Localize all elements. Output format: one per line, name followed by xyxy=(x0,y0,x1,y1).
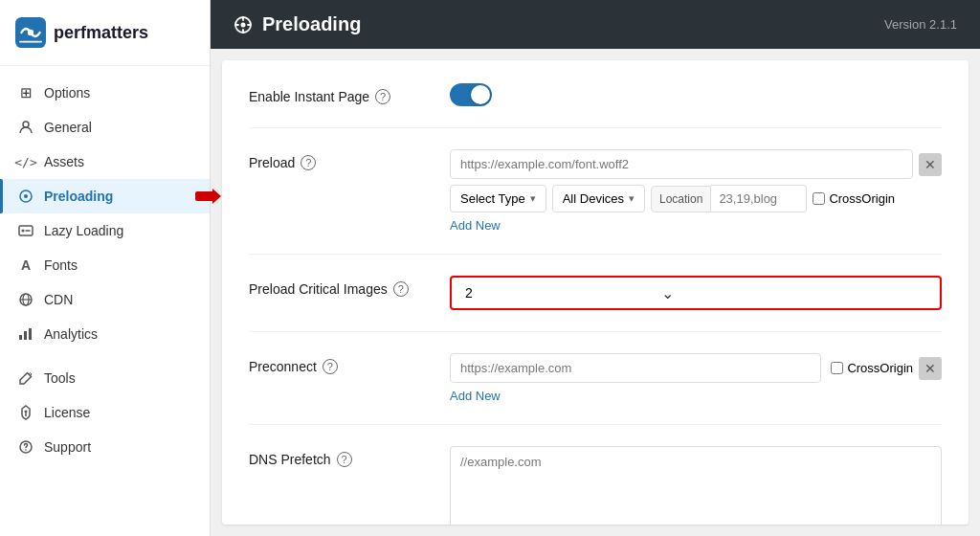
assets-icon: </> xyxy=(17,153,34,170)
preload-control: ✕ Select Type ▾ All Devices ▾ Location xyxy=(450,149,942,233)
sidebar-item-lazy-loading-label: Lazy Loading xyxy=(44,223,123,238)
dns-prefetch-textarea[interactable] xyxy=(450,446,942,525)
preload-type-select[interactable]: Select Type ▾ xyxy=(450,185,546,212)
sidebar-item-general-label: General xyxy=(44,120,92,135)
general-icon xyxy=(17,119,34,136)
divider-4 xyxy=(249,424,942,425)
logo-text: perfmatters xyxy=(54,23,148,43)
preload-location-group: Location xyxy=(651,185,807,212)
enable-instant-page-label: Enable Instant Page ? xyxy=(249,83,440,104)
sidebar-item-preloading[interactable]: Preloading xyxy=(0,179,210,213)
sidebar-item-fonts-label: Fonts xyxy=(44,257,78,273)
preload-critical-images-help[interactable]: ? xyxy=(393,281,409,297)
svg-rect-10 xyxy=(24,331,27,340)
dns-prefetch-label: DNS Prefetch ? xyxy=(249,446,440,467)
critical-images-select-wrapper: 0 1 2 3 4 5 xyxy=(450,276,942,310)
preload-add-new-link[interactable]: Add New xyxy=(450,218,942,233)
sidebar-item-tools[interactable]: Tools xyxy=(0,361,210,395)
sidebar-item-analytics-label: Analytics xyxy=(44,326,98,342)
svg-point-14 xyxy=(25,449,27,451)
main-content-area: Preloading Version 2.1.1 Enable Instant … xyxy=(211,0,980,536)
svg-point-6 xyxy=(22,230,25,233)
preload-device-select[interactable]: All Devices ▾ xyxy=(552,185,645,212)
sidebar-item-support[interactable]: Support xyxy=(0,430,210,464)
divider-2 xyxy=(249,254,942,255)
enable-instant-page-help[interactable]: ? xyxy=(375,89,390,104)
preload-critical-images-label: Preload Critical Images ? xyxy=(249,276,440,297)
version-text: Version 2.1.1 xyxy=(884,17,957,32)
preload-url-input[interactable] xyxy=(450,149,913,179)
preconnect-close-button[interactable]: ✕ xyxy=(919,357,942,380)
preload-url-close-button[interactable]: ✕ xyxy=(919,153,942,176)
divider-1 xyxy=(249,127,942,128)
sidebar-item-cdn[interactable]: CDN xyxy=(0,282,210,317)
sidebar-item-tools-label: Tools xyxy=(44,370,76,386)
page-title: Preloading xyxy=(234,13,361,35)
preload-location-label: Location xyxy=(651,186,711,212)
active-arrow-indicator xyxy=(195,189,221,204)
preconnect-crossorigin-label[interactable]: CrossOrigin xyxy=(831,361,913,375)
critical-images-select[interactable]: 0 1 2 3 4 5 xyxy=(454,279,683,306)
sidebar-navigation: ⊞ Options General </> Assets xyxy=(0,66,210,536)
sidebar-item-analytics[interactable]: Analytics xyxy=(0,317,210,351)
sidebar-item-options[interactable]: ⊞ Options xyxy=(0,76,210,110)
tools-icon xyxy=(17,369,34,387)
support-icon xyxy=(17,438,34,456)
svg-rect-9 xyxy=(19,335,22,340)
preconnect-url-row: CrossOrigin ✕ xyxy=(450,353,942,383)
sidebar-item-cdn-label: CDN xyxy=(44,292,73,307)
sidebar-item-assets-label: Assets xyxy=(44,154,84,169)
preload-label: Preload ? xyxy=(249,149,440,170)
options-icon: ⊞ xyxy=(17,84,34,101)
preload-critical-images-row: Preload Critical Images ? 0 1 2 3 4 5 xyxy=(249,276,942,310)
preconnect-label: Preconnect ? xyxy=(249,353,440,374)
sidebar-item-preloading-label: Preloading xyxy=(44,189,113,204)
sidebar: perfmatters ⊞ Options General </> Assets xyxy=(0,0,211,536)
license-icon xyxy=(17,404,34,421)
sidebar-item-options-label: Options xyxy=(44,85,90,100)
preload-row: Preload ? ✕ Select Type ▾ All Devices ▾ xyxy=(249,149,942,233)
settings-panel: Enable Instant Page ? Preload ? xyxy=(222,60,969,525)
divider-3 xyxy=(249,331,942,332)
svg-point-4 xyxy=(24,194,28,198)
preconnect-control: CrossOrigin ✕ Add New xyxy=(450,353,942,403)
svg-rect-11 xyxy=(29,328,32,340)
enable-instant-page-toggle[interactable] xyxy=(450,83,492,106)
preconnect-help[interactable]: ? xyxy=(323,359,338,374)
sidebar-item-lazy-loading[interactable]: Lazy Loading xyxy=(0,213,210,248)
svg-point-2 xyxy=(23,122,29,127)
preconnect-add-new-link[interactable]: Add New xyxy=(450,389,942,403)
sidebar-item-fonts[interactable]: A Fonts xyxy=(0,248,210,282)
cdn-icon xyxy=(17,291,34,308)
preload-critical-images-control: 0 1 2 3 4 5 xyxy=(450,276,942,310)
preload-options-row: Select Type ▾ All Devices ▾ Location Cro… xyxy=(450,185,942,212)
preload-url-row: ✕ xyxy=(450,149,942,179)
sidebar-item-assets[interactable]: </> Assets xyxy=(0,145,210,179)
enable-instant-page-row: Enable Instant Page ? xyxy=(249,83,942,106)
preload-location-input[interactable] xyxy=(711,185,807,212)
preloading-header-icon xyxy=(234,15,253,34)
toggle-track xyxy=(450,83,492,106)
svg-point-16 xyxy=(241,22,246,27)
select-type-chevron: ▾ xyxy=(530,192,536,205)
analytics-icon xyxy=(17,325,34,343)
preconnect-crossorigin-checkbox[interactable] xyxy=(831,362,843,374)
preloading-icon xyxy=(17,188,34,205)
sidebar-item-support-label: Support xyxy=(44,439,91,455)
preload-crossorigin-checkbox[interactable] xyxy=(813,192,825,205)
sidebar-item-general[interactable]: General xyxy=(0,110,210,145)
preconnect-row: Preconnect ? CrossOrigin ✕ Add New xyxy=(249,353,942,403)
dns-prefetch-help[interactable]: ? xyxy=(337,452,352,467)
critical-images-select-container: 0 1 2 3 4 5 xyxy=(454,279,683,306)
lazy-loading-icon xyxy=(17,222,34,239)
sidebar-item-license-label: License xyxy=(44,405,90,420)
perfmatters-logo-icon xyxy=(15,17,46,48)
enable-instant-page-control xyxy=(450,83,942,106)
svg-point-1 xyxy=(28,30,33,35)
preload-crossorigin-label[interactable]: CrossOrigin xyxy=(813,191,895,206)
fonts-icon: A xyxy=(17,257,34,274)
preload-help[interactable]: ? xyxy=(301,155,316,170)
sidebar-item-license[interactable]: License xyxy=(0,395,210,430)
main-header: Preloading Version 2.1.1 xyxy=(211,0,980,49)
preconnect-url-input[interactable] xyxy=(450,353,821,383)
